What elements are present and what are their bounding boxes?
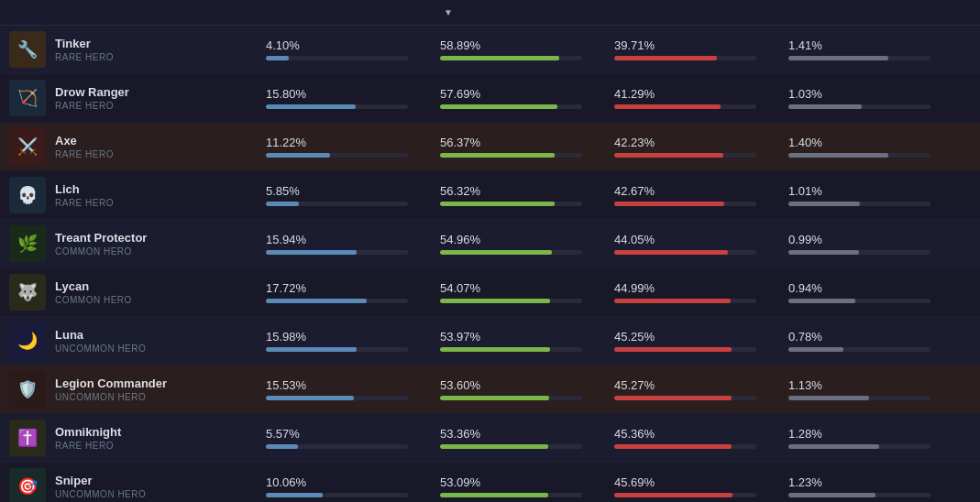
pick-value: 10.06% [266,475,440,489]
draw-value: 0.94% [788,281,963,295]
win-bar [440,104,557,109]
pick-bar-container [266,104,408,109]
draw-stat: 1.03% [788,87,963,109]
draw-bar-container [788,299,930,303]
hero-cell: 💀 Lich RARE HERO [9,177,266,213]
pick-value: 11.22% [266,136,440,149]
win-value: 58.89% [440,38,614,52]
pick-bar-container [266,250,408,255]
hero-name: Sniper [55,474,146,487]
avatar: ⚔️ [9,128,46,165]
draw-bar [788,56,888,60]
hero-cell: 🌙 Luna UNCOMMON HERO [9,322,266,359]
win-bar [440,56,559,60]
pick-stat: 15.53% [266,378,440,400]
loss-stat: 44.05% [614,233,788,255]
avatar: 💀 [9,177,46,213]
loss-bar [614,202,724,206]
loss-bar [614,493,732,497]
pick-stat: 15.80% [266,87,440,109]
pick-bar-container [266,444,408,449]
win-bar [440,444,548,449]
draw-value: 1.40% [788,136,963,149]
hero-rarity: UNCOMMON HERO [55,392,167,402]
pick-bar-container [266,299,408,303]
draw-value: 1.41% [788,38,963,52]
pick-bar [266,202,299,206]
loss-value: 45.36% [614,427,788,441]
hero-name: Tinker [55,37,114,50]
draw-bar-container [788,153,930,158]
table-row: 🛡️ Legion Commander UNCOMMON HERO 15.53%… [0,366,980,414]
pick-bar-container [266,347,408,352]
win-stat: 54.96% [440,233,614,255]
pick-bar-container [266,493,408,497]
draw-stat: 1.13% [788,378,963,400]
hero-rarity: RARE HERO [55,441,121,451]
win-bar [440,250,552,255]
hero-rarity: RARE HERO [55,149,114,159]
header-win[interactable]: ▼ [440,7,614,17]
loss-value: 45.25% [614,330,788,344]
draw-bar [788,250,859,255]
win-stat: 57.69% [440,87,614,109]
win-bar-container [440,493,582,497]
win-bar-container [440,56,582,60]
win-bar [440,396,549,400]
pick-value: 15.94% [266,233,440,246]
pick-bar-container [266,396,408,400]
win-value: 57.69% [440,87,614,101]
draw-bar [788,153,888,158]
avatar: 🏹 [9,80,46,116]
loss-bar [614,299,731,303]
draw-bar [788,444,879,449]
win-value: 53.09% [440,475,614,489]
table-row: 🎯 Sniper UNCOMMON HERO 10.06% 53.09% 45.… [0,463,980,502]
pick-bar-container [266,153,408,158]
draw-bar-container [788,347,930,352]
draw-bar [788,299,855,303]
loss-bar-container [614,56,756,60]
loss-bar [614,153,723,158]
loss-bar [614,104,721,109]
avatar: 🌿 [9,225,46,262]
hero-cell: 🎯 Sniper UNCOMMON HERO [9,468,266,502]
loss-bar-container [614,299,756,303]
pick-value: 4.10% [266,38,440,52]
win-bar-container [440,299,582,303]
win-value: 56.37% [440,136,614,149]
draw-value: 1.28% [788,427,963,441]
win-value: 54.96% [440,233,614,246]
draw-bar-container [788,493,930,497]
hero-name: Lich [55,182,114,196]
table-row: ✝️ Omniknight RARE HERO 5.57% 53.36% 45.… [0,414,980,463]
loss-stat: 42.23% [614,136,788,158]
loss-bar-container [614,250,756,255]
draw-bar-container [788,250,930,255]
win-stat: 53.36% [440,427,614,449]
loss-bar-container [614,202,756,206]
avatar: 🎯 [9,468,46,502]
win-bar-container [440,202,582,206]
draw-value: 0.99% [788,233,963,246]
draw-value: 1.03% [788,87,963,101]
pick-bar-container [266,56,408,60]
win-bar-container [440,250,582,255]
draw-stat: 0.99% [788,233,963,255]
loss-stat: 45.25% [614,330,788,352]
loss-value: 39.71% [614,38,788,52]
pick-bar-container [266,202,408,206]
draw-stat: 1.23% [788,475,963,497]
draw-stat: 1.40% [788,136,963,158]
hero-cell: 🔧 Tinker RARE HERO [9,31,266,68]
pick-value: 15.80% [266,87,440,101]
draw-bar-container [788,202,930,206]
sort-arrow-icon: ▼ [444,7,453,17]
loss-bar-container [614,396,756,400]
pick-stat: 15.94% [266,233,440,255]
loss-stat: 45.69% [614,475,788,497]
pick-bar [266,396,354,400]
hero-name: Legion Commander [55,376,167,390]
loss-stat: 42.67% [614,184,788,206]
pick-stat: 11.22% [266,136,440,158]
